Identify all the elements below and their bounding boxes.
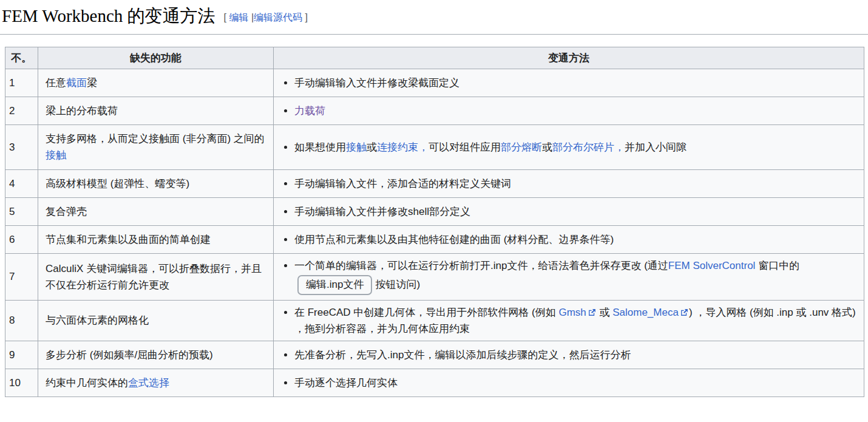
text-segment: 高级材料模型 (超弹性、蠕变等)	[46, 178, 189, 189]
workaround-list: 使用节点和元素集以及由其他特征创建的曲面 (材料分配、边界条件等)	[281, 231, 856, 248]
workaround-list: 如果想使用接触或连接约束，可以对组件应用部分熔断或部分布尔碎片，并加入小间隙	[281, 139, 856, 155]
workaround-list-item: 手动编辑输入文件并修改梁截面定义	[294, 75, 856, 91]
edit-source-link[interactable]: 编辑源代码	[254, 12, 302, 22]
row-number: 2	[5, 97, 38, 125]
text-segment: 或	[367, 141, 377, 153]
missing-feature-cell: 梁上的分布载荷	[38, 97, 274, 125]
text-segment: 窗口中的	[755, 260, 799, 271]
workaround-cell: 在 FreeCAD 中创建几何体，导出用于外部软件网格 (例如 Gmsh 或 S…	[274, 300, 864, 341]
table-row: 7CalculiX 关键词编辑器，可以折叠数据行，并且不仅在分析运行前允许更改一…	[5, 254, 864, 301]
workaround-list-item: 手动编辑输入文件并修改shell部分定义	[294, 203, 856, 220]
table-body: 1任意截面梁手动编辑输入文件并修改梁截面定义2梁上的分布载荷力载荷3支持多网格，…	[5, 69, 864, 397]
workaround-list: 手动逐个选择几何实体	[281, 375, 856, 391]
workaround-list: 手动编辑输入文件并修改梁截面定义	[281, 75, 856, 91]
page-title-text: FEM Workbench 的变通方法	[2, 6, 215, 26]
fem-workarounds-table: 不。 缺失的功能 变通方法 1任意截面梁手动编辑输入文件并修改梁截面定义2梁上的…	[5, 47, 864, 398]
workaround-cell: 先准备分析，先写入.inp文件，编辑以添加后续步骤的定义，然后运行分析	[274, 341, 864, 369]
table-row: 6节点集和元素集以及曲面的简单创建使用节点和元素集以及由其他特征创建的曲面 (材…	[5, 226, 864, 254]
text-segment: 与六面体元素的网格化	[46, 315, 149, 326]
row-number: 10	[5, 369, 38, 397]
workaround-cell: 一个简单的编辑器，可以在运行分析前打开.inp文件，给语法着色并保存更改 (通过…	[274, 254, 864, 301]
text-segment: 多步分析 (例如频率/屈曲分析的预载)	[46, 349, 213, 361]
text-segment: 按钮访问)	[375, 279, 420, 290]
text-segment: 支持多网格，从而定义接触面 (非分离面) 之间的	[46, 133, 265, 145]
text-segment: 或	[597, 307, 612, 318]
table-row: 8与六面体元素的网格化在 FreeCAD 中创建几何体，导出用于外部软件网格 (…	[5, 300, 864, 341]
workaround-list-item: 手动编辑输入文件，添加合适的材料定义关键词	[294, 175, 856, 192]
inline-wiki-link[interactable]: 盒式选择	[128, 377, 169, 389]
workaround-cell: 手动编辑输入文件并修改梁截面定义	[274, 69, 864, 97]
text-segment: 先准备分析，先写入.inp文件，编辑以添加后续步骤的定义，然后运行分析	[294, 349, 631, 361]
text-segment: 一个简单的编辑器，可以在运行分析前打开.inp文件，给语法着色并保存更改 (通过	[294, 260, 668, 271]
table-row: 2梁上的分布载荷力载荷	[5, 97, 864, 125]
workaround-list: 手动编辑输入文件，添加合适的材料定义关键词	[281, 175, 856, 192]
text-segment: 任意	[46, 77, 66, 89]
missing-feature-cell: 节点集和元素集以及曲面的简单创建	[38, 226, 274, 254]
inline-wiki-link[interactable]: 接触	[346, 141, 367, 153]
workaround-list-item: 使用节点和元素集以及由其他特征创建的曲面 (材料分配、边界条件等)	[294, 231, 856, 248]
inline-wiki-link[interactable]: 部分布尔碎片，	[552, 141, 625, 153]
workaround-list: 力载荷	[281, 103, 856, 119]
workaround-list-item: 在 FreeCAD 中创建几何体，导出用于外部软件网格 (例如 Gmsh 或 S…	[294, 304, 856, 337]
workaround-cell: 力载荷	[274, 97, 864, 125]
text-segment: 或	[542, 141, 552, 153]
table-row: 1任意截面梁手动编辑输入文件并修改梁截面定义	[5, 69, 864, 97]
text-segment: 并加入小间隙	[625, 141, 687, 153]
external-link-icon	[588, 308, 596, 316]
workaround-cell: 手动编辑输入文件并修改shell部分定义	[274, 197, 864, 225]
text-segment: 如果想使用	[294, 141, 346, 153]
missing-feature-cell: 高级材料模型 (超弹性、蠕变等)	[38, 169, 274, 197]
text-segment: 可以对组件应用	[429, 141, 501, 153]
text-segment: 手动编辑输入文件并修改梁截面定义	[294, 77, 459, 89]
text-segment: 手动逐个选择几何实体	[294, 377, 398, 389]
missing-feature-cell: 约束中几何实体的盒式选择	[38, 369, 274, 397]
workaround-list-item: 手动逐个选择几何实体	[294, 375, 856, 391]
text-segment: 手动编辑输入文件并修改shell部分定义	[294, 206, 470, 217]
row-number: 1	[5, 69, 38, 97]
missing-feature-cell: 任意截面梁	[38, 69, 274, 97]
row-number: 6	[5, 226, 38, 254]
inline-wiki-link[interactable]: FEM SolverControl	[668, 260, 756, 271]
text-segment: 手动编辑输入文件，添加合适的材料定义关键词	[294, 178, 511, 189]
workaround-list: 手动编辑输入文件并修改shell部分定义	[281, 203, 856, 220]
external-link-icon	[680, 308, 688, 316]
row-number: 5	[5, 197, 38, 225]
row-number: 9	[5, 341, 38, 369]
text-segment: 在 FreeCAD 中创建几何体，导出用于外部软件网格 (例如	[294, 307, 558, 318]
inline-wiki-link[interactable]: 部分熔断	[501, 141, 542, 153]
row-number: 3	[5, 125, 38, 169]
inline-wiki-link[interactable]: 截面	[66, 77, 87, 89]
workaround-list: 一个简单的编辑器，可以在运行分析前打开.inp文件，给语法着色并保存更改 (通过…	[281, 257, 856, 296]
text-segment: 复合弹壳	[46, 206, 87, 217]
external-link[interactable]: Salome_Meca	[612, 307, 679, 318]
col-header-no: 不。	[5, 47, 38, 69]
workaround-cell: 如果想使用接触或连接约束，可以对组件应用部分熔断或部分布尔碎片，并加入小间隙	[274, 125, 864, 169]
workaround-list-item: 一个简单的编辑器，可以在运行分析前打开.inp文件，给语法着色并保存更改 (通过…	[294, 257, 856, 296]
text-segment: 梁	[87, 77, 97, 89]
table-row: 4高级材料模型 (超弹性、蠕变等)手动编辑输入文件，添加合适的材料定义关键词	[5, 169, 864, 197]
workaround-cell: 手动编辑输入文件，添加合适的材料定义关键词	[274, 169, 864, 197]
inline-wiki-link[interactable]: 接触	[46, 149, 66, 161]
edit-link[interactable]: 编辑	[229, 12, 248, 22]
missing-feature-cell: 与六面体元素的网格化	[38, 300, 274, 341]
col-header-missing-feature: 缺失的功能	[38, 47, 274, 69]
edit-inp-file-button[interactable]: 编辑.inp文件	[297, 275, 372, 294]
table-row: 3支持多网格，从而定义接触面 (非分离面) 之间的接触如果想使用接触或连接约束，…	[5, 125, 864, 169]
inline-wiki-link[interactable]: 力载荷	[294, 105, 325, 117]
row-number: 7	[5, 254, 38, 301]
workaround-list: 先准备分析，先写入.inp文件，编辑以添加后续步骤的定义，然后运行分析	[281, 347, 856, 363]
page-title: FEM Workbench 的变通方法[ 编辑 |编辑源代码 ]	[0, 0, 868, 35]
workaround-list: 在 FreeCAD 中创建几何体，导出用于外部软件网格 (例如 Gmsh 或 S…	[281, 304, 856, 337]
table-header-row: 不。 缺失的功能 变通方法	[5, 47, 864, 69]
edit-section: [ 编辑 |编辑源代码 ]	[224, 12, 308, 22]
missing-feature-cell: 复合弹壳	[38, 197, 274, 225]
row-number: 4	[5, 169, 38, 197]
external-link[interactable]: Gmsh	[558, 307, 586, 318]
table-row: 9多步分析 (例如频率/屈曲分析的预载)先准备分析，先写入.inp文件，编辑以添…	[5, 341, 864, 369]
edit-section-bracket-close: ]	[302, 12, 308, 22]
workaround-list-item: 先准备分析，先写入.inp文件，编辑以添加后续步骤的定义，然后运行分析	[294, 347, 856, 363]
text-segment: 使用节点和元素集以及由其他特征创建的曲面 (材料分配、边界条件等)	[294, 234, 614, 245]
inline-wiki-link[interactable]: 连接约束，	[377, 141, 429, 153]
missing-feature-cell: 多步分析 (例如频率/屈曲分析的预载)	[38, 341, 274, 369]
missing-feature-cell: 支持多网格，从而定义接触面 (非分离面) 之间的接触	[38, 125, 274, 169]
